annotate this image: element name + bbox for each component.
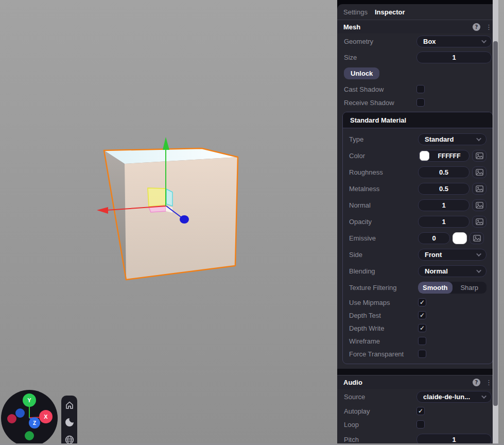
cast-shadow-row: Cast Shadow <box>337 85 498 93</box>
color-swatch[interactable] <box>420 151 429 161</box>
depth-write-row: Depth Write <box>343 324 493 332</box>
size-label: Size <box>344 54 416 61</box>
side-value: Front <box>425 251 478 259</box>
panel-scrollbar[interactable] <box>493 0 498 445</box>
metalness-texture-button[interactable] <box>472 183 486 195</box>
gizmo-y-arrowhead[interactable] <box>163 137 169 150</box>
tab-settings[interactable]: Settings <box>343 8 368 16</box>
nav-neg-x-ball[interactable] <box>7 414 16 423</box>
material-type-select[interactable]: Standard <box>418 133 486 145</box>
opacity-label: Opacity <box>349 218 418 226</box>
gizmo-x-arrowhead[interactable] <box>97 207 108 214</box>
gizmo-xy-plane-handle[interactable] <box>148 188 166 207</box>
color-field[interactable]: FFFFFF <box>418 150 470 162</box>
geometry-value: Box <box>423 38 483 45</box>
gizmo-z-handle[interactable] <box>180 215 189 224</box>
texture-filtering-toggle: Smooth Sharp <box>418 282 486 294</box>
help-icon[interactable]: ? <box>473 379 480 386</box>
unlock-row: Unlock <box>337 67 498 79</box>
color-texture-button[interactable] <box>472 150 486 162</box>
cast-shadow-checkbox[interactable] <box>416 85 425 93</box>
roughness-row: Roughness <box>343 166 493 178</box>
side-select[interactable]: Front <box>418 249 486 261</box>
normal-input[interactable] <box>419 201 469 209</box>
gizmo-yz-plane-handle[interactable] <box>166 189 172 206</box>
emissive-row: Emissive <box>343 232 493 244</box>
normal-texture-button[interactable] <box>472 199 486 211</box>
force-transparent-label: Force Transparent <box>349 350 418 358</box>
filter-option-smooth[interactable]: Smooth <box>418 282 453 294</box>
pitch-input[interactable] <box>417 436 491 443</box>
kebab-menu-icon[interactable]: ⋮ <box>485 24 492 30</box>
depth-write-label: Depth Write <box>349 324 418 332</box>
unlock-button[interactable]: Unlock <box>344 67 379 79</box>
texture-filtering-label: Texture Filtering <box>349 284 418 292</box>
material-type-value: Standard <box>425 135 478 143</box>
normal-row: Normal <box>343 199 493 211</box>
use-mipmaps-label: Use Mipmaps <box>349 299 418 306</box>
help-icon[interactable]: ? <box>473 23 480 31</box>
nav-neg-z-ball[interactable] <box>15 408 25 418</box>
nav-neg-y-ball[interactable] <box>25 431 34 440</box>
home-button[interactable] <box>64 399 75 410</box>
material-panel-title: Standard Material <box>350 116 485 124</box>
side-label: Side <box>349 251 418 259</box>
loop-row: Loop <box>337 420 498 429</box>
metalness-input[interactable] <box>419 185 469 193</box>
color-hex-value: FFFFFF <box>429 152 469 160</box>
emissive-input[interactable] <box>419 234 449 242</box>
mesh-section-title: Mesh <box>343 23 473 31</box>
texture-image-icon <box>476 152 483 159</box>
loop-label: Loop <box>344 421 416 429</box>
material-panel-header[interactable]: Standard Material <box>343 112 493 128</box>
emissive-color-swatch[interactable] <box>453 232 467 244</box>
geometry-label: Geometry <box>344 38 416 45</box>
texture-image-icon <box>476 169 483 176</box>
audio-section-header: Audio ? ⋮ <box>337 375 498 389</box>
mesh-section-header: Mesh ? ⋮ <box>337 20 498 33</box>
force-transparent-checkbox[interactable] <box>418 350 426 358</box>
loop-checkbox[interactable] <box>416 420 425 429</box>
nav-z-label: Z <box>33 420 36 426</box>
autoplay-checkbox[interactable] <box>416 407 425 415</box>
texture-image-icon <box>476 218 483 225</box>
side-row: Side Front <box>343 249 493 261</box>
roughness-input[interactable] <box>419 168 469 176</box>
audio-source-value: claide-de-lun... <box>423 393 483 401</box>
color-label: Color <box>349 152 418 160</box>
wireframe-label: Wireframe <box>349 337 418 345</box>
texture-image-icon <box>476 202 483 209</box>
roughness-texture-button[interactable] <box>472 166 486 178</box>
wireframe-checkbox[interactable] <box>418 337 426 345</box>
theme-toggle-button[interactable] <box>64 417 75 428</box>
type-row: Type Standard <box>343 133 493 145</box>
use-mipmaps-checkbox[interactable] <box>418 298 426 306</box>
opacity-input[interactable] <box>419 218 469 226</box>
filter-option-sharp[interactable]: Sharp <box>453 282 487 294</box>
panel-tabbar: Settings Inspector <box>337 4 498 20</box>
scrollbar-thumb[interactable] <box>493 41 498 406</box>
size-input[interactable] <box>417 54 491 61</box>
type-label: Type <box>349 135 418 143</box>
audio-source-select[interactable]: claide-de-lun... <box>416 391 492 403</box>
opacity-texture-button[interactable] <box>472 216 486 228</box>
depth-test-checkbox[interactable] <box>418 311 426 319</box>
tab-inspector[interactable]: Inspector <box>375 8 405 16</box>
kebab-menu-icon[interactable]: ⋮ <box>485 379 492 386</box>
receive-shadow-checkbox[interactable] <box>416 98 425 107</box>
emissive-texture-button[interactable] <box>470 232 484 244</box>
viewport-toolbar <box>61 396 77 445</box>
depth-write-checkbox[interactable] <box>418 324 426 332</box>
section-divider <box>337 369 498 375</box>
geometry-select[interactable]: Box <box>416 36 492 47</box>
size-row: Size <box>337 52 498 63</box>
texture-filtering-row: Texture Filtering Smooth Sharp <box>343 282 493 294</box>
texture-image-icon <box>473 235 481 242</box>
audio-source-row: Source claide-de-lun... <box>337 391 498 403</box>
nav-x-label: X <box>44 414 48 420</box>
nav-axes-gizmo[interactable]: Y X Z <box>0 389 62 445</box>
home-icon <box>65 401 74 409</box>
emissive-label: Emissive <box>349 234 418 242</box>
blending-select[interactable]: Normal <box>418 265 486 277</box>
receive-shadow-label: Receive Shadow <box>344 99 416 107</box>
